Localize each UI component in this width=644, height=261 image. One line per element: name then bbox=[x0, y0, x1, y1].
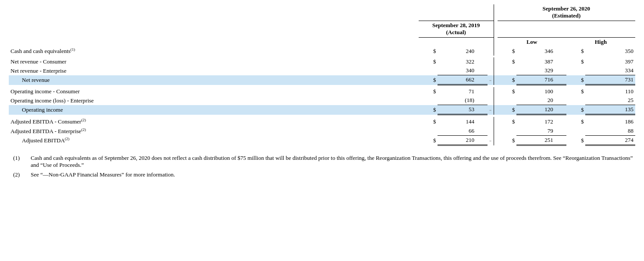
column-divider bbox=[494, 96, 498, 105]
low-dollar: $ bbox=[498, 87, 516, 96]
high-dollar: $ bbox=[566, 117, 585, 126]
low-value: 120 bbox=[516, 105, 566, 115]
column-divider bbox=[494, 46, 498, 56]
low-dollar bbox=[498, 66, 516, 75]
footnote-number: (1) bbox=[9, 155, 31, 162]
column-divider bbox=[494, 75, 498, 85]
table-row: Operating income (loss) - Enterprise(18)… bbox=[9, 96, 635, 105]
high-dollar: $ bbox=[566, 46, 585, 56]
high-dollar: $ bbox=[566, 105, 585, 115]
table-row: Operating income - Consumer$71$100$110 bbox=[9, 87, 635, 96]
low-value: 251 bbox=[516, 136, 566, 145]
footnote-item: (1)Cash and cash equivalents as of Septe… bbox=[9, 155, 635, 169]
actual-dollar: $ bbox=[419, 75, 438, 85]
column-divider bbox=[494, 127, 498, 136]
low-value: 716 bbox=[516, 75, 566, 85]
eq-spacer bbox=[487, 66, 494, 75]
low-dollar: $ bbox=[498, 75, 516, 85]
actual-value: 144 bbox=[438, 117, 487, 126]
eq-spacer: = bbox=[487, 75, 494, 85]
low-value: 387 bbox=[516, 57, 566, 66]
footnote-item: (2)See “—Non-GAAP Financial Measures” fo… bbox=[9, 171, 635, 178]
column-label-header bbox=[9, 4, 419, 46]
actual-value: 240 bbox=[438, 46, 487, 56]
row-label: Net revenue bbox=[9, 75, 419, 85]
high-dollar bbox=[566, 96, 585, 105]
high-value: 334 bbox=[585, 66, 635, 75]
high-value: 397 bbox=[585, 57, 635, 66]
table-row: Net revenue$662=$716$731 bbox=[9, 75, 635, 85]
high-header bbox=[566, 21, 635, 38]
column-divider bbox=[494, 66, 498, 75]
eq-spacer bbox=[487, 96, 494, 105]
column-divider bbox=[494, 105, 498, 115]
footnote-text: Cash and cash equivalents as of Septembe… bbox=[31, 155, 635, 169]
row-label: Adjusted EBITDA - Enterprise(2) bbox=[9, 127, 419, 136]
high-subheader: High bbox=[566, 38, 635, 47]
low-value: 20 bbox=[516, 96, 566, 105]
high-dollar: $ bbox=[566, 87, 585, 96]
row-label: Adjusted EBITDA(2) bbox=[9, 136, 419, 145]
low-value: 172 bbox=[516, 117, 566, 126]
low-dollar: $ bbox=[498, 136, 516, 145]
actual-dollar bbox=[419, 96, 438, 105]
footnote-number: (2) bbox=[9, 171, 31, 178]
low-dollar: $ bbox=[498, 117, 516, 126]
high-value: 135 bbox=[585, 105, 635, 115]
high-dollar: $ bbox=[566, 75, 585, 85]
low-dollar bbox=[498, 127, 516, 136]
low-value: 79 bbox=[516, 127, 566, 136]
row-label: Cash and cash equivalents(1) bbox=[9, 46, 419, 56]
column-divider bbox=[494, 136, 498, 145]
row-label: Operating income bbox=[9, 105, 419, 115]
column-divider bbox=[494, 57, 498, 66]
high-value: 110 bbox=[585, 87, 635, 96]
actual-value: 210 bbox=[438, 136, 487, 145]
row-label: Adjusted EBITDA - Consumer(2) bbox=[9, 117, 419, 126]
table-row: Operating income$53=$120$135 bbox=[9, 105, 635, 115]
actual-dollar bbox=[419, 127, 438, 136]
low-dollar: $ bbox=[498, 46, 516, 56]
low-subheader: Low bbox=[498, 38, 566, 47]
row-label: Operating income - Consumer bbox=[9, 87, 419, 96]
eq-spacer bbox=[487, 57, 494, 66]
low-value: 346 bbox=[516, 46, 566, 56]
period-header bbox=[419, 4, 494, 21]
actual-header: September 28, 2019(Actual) bbox=[419, 21, 494, 38]
estimated-header: September 26, 2020(Estimated) bbox=[498, 4, 635, 21]
actual-dollar: $ bbox=[419, 105, 438, 115]
table-row: Net revenue - Consumer$322$387$397 bbox=[9, 57, 635, 66]
column-divider bbox=[494, 117, 498, 126]
low-dollar: $ bbox=[498, 105, 516, 115]
footnote-section: (1)Cash and cash equivalents as of Septe… bbox=[9, 155, 635, 178]
eq-spacer bbox=[487, 117, 494, 126]
high-value: 731 bbox=[585, 75, 635, 85]
table-row: Adjusted EBITDA - Consumer(2)$144$172$18… bbox=[9, 117, 635, 126]
high-value: 274 bbox=[585, 136, 635, 145]
actual-value: 662 bbox=[438, 75, 487, 85]
footnote-text: See “—Non-GAAP Financial Measures” for m… bbox=[31, 171, 635, 178]
actual-dollar bbox=[419, 66, 438, 75]
actual-dollar: $ bbox=[419, 46, 438, 56]
row-label: Net revenue - Consumer bbox=[9, 57, 419, 66]
financial-table: September 26, 2020(Estimated) September … bbox=[9, 4, 635, 148]
spacer-row bbox=[9, 145, 635, 148]
actual-dollar: $ bbox=[419, 87, 438, 96]
table-row: Cash and cash equivalents(1)$240$346$350 bbox=[9, 46, 635, 56]
actual-dollar: $ bbox=[419, 117, 438, 126]
column-divider bbox=[494, 87, 498, 96]
high-value: 88 bbox=[585, 127, 635, 136]
actual-value: 71 bbox=[438, 87, 487, 96]
high-dollar bbox=[566, 66, 585, 75]
table-row: Adjusted EBITDA(2)$210=$251$274 bbox=[9, 136, 635, 145]
actual-value: (18) bbox=[438, 96, 487, 105]
high-dollar: $ bbox=[566, 57, 585, 66]
table-row: Adjusted EBITDA - Enterprise(2)667988 bbox=[9, 127, 635, 136]
actual-dollar: $ bbox=[419, 57, 438, 66]
low-header bbox=[498, 21, 566, 38]
actual-value: 53 bbox=[438, 105, 487, 115]
high-value: 350 bbox=[585, 46, 635, 56]
high-value: 25 bbox=[585, 96, 635, 105]
high-value: 186 bbox=[585, 117, 635, 126]
high-dollar: $ bbox=[566, 136, 585, 145]
